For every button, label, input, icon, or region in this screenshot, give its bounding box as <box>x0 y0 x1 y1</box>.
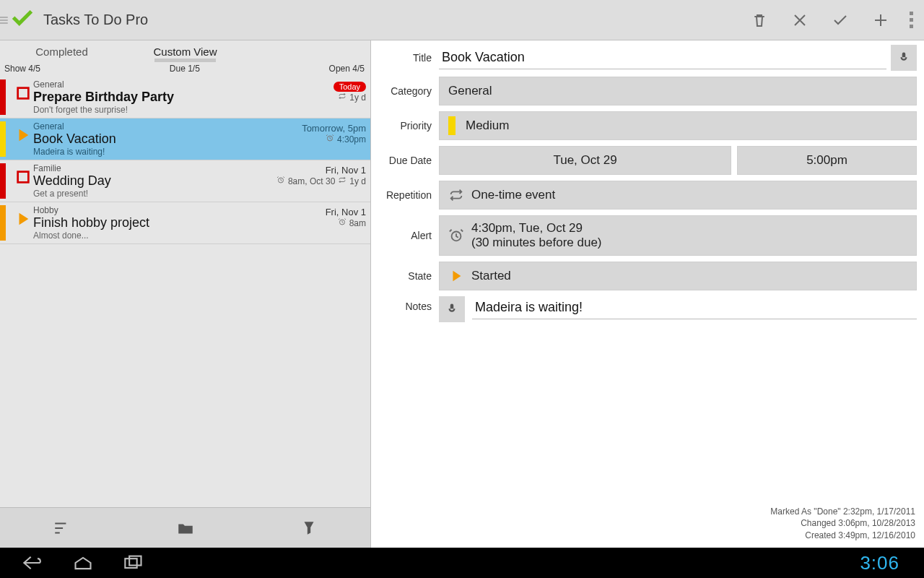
svg-rect-6 <box>125 558 136 568</box>
counter-open: Open 4/5 <box>329 64 365 77</box>
label-repetition: Repetition <box>375 189 432 201</box>
task-row[interactable]: General Book Vacation Madeira is waiting… <box>0 118 370 160</box>
task-due: Fri, Nov 1 <box>258 165 366 176</box>
cancel-button[interactable] <box>780 0 820 40</box>
task-due: Tomorrow, 5pm <box>258 123 366 134</box>
system-nav-bar: 3:06 <box>0 548 924 578</box>
task-meta-line2: 1y d <box>258 92 366 103</box>
state-field[interactable]: Started <box>439 262 917 290</box>
priority-bar <box>0 205 6 241</box>
task-detail-pane: Title Category General Priority Medium D… <box>371 40 924 548</box>
category-field[interactable]: General <box>439 77 917 105</box>
task-note: Don't forget the surprise! <box>33 105 258 115</box>
counter-show: Show 4/5 <box>4 64 40 77</box>
add-button[interactable] <box>860 0 901 40</box>
task-note: Almost done... <box>33 230 258 241</box>
drawer-handle-icon[interactable] <box>1 17 6 24</box>
task-state-icon[interactable] <box>13 205 33 241</box>
detail-footer: Marked As "Done" 2:32pm, 1/17/2011 Chang… <box>375 503 917 545</box>
folder-button[interactable] <box>123 508 247 548</box>
footer-done: Marked As "Done" 2:32pm, 1/17/2011 <box>377 506 915 518</box>
task-state-icon[interactable] <box>13 79 33 115</box>
due-time-field[interactable]: 5:00pm <box>737 146 917 175</box>
repeat-icon <box>448 187 464 203</box>
priority-bar <box>0 121 6 157</box>
priority-bar <box>0 163 6 199</box>
svg-rect-7 <box>129 556 141 566</box>
tab-completed[interactable]: Completed <box>0 46 123 62</box>
status-clock: 3:06 <box>860 552 899 574</box>
play-icon <box>448 268 464 284</box>
confirm-button[interactable] <box>820 0 860 40</box>
overflow-menu-button[interactable] <box>901 12 921 28</box>
counter-due: Due 1/5 <box>170 64 200 77</box>
label-priority: Priority <box>375 120 432 131</box>
task-category: Hobby <box>33 205 258 215</box>
footer-created: Created 3:49pm, 12/16/2010 <box>377 530 915 542</box>
app-icon[interactable] <box>10 7 35 34</box>
priority-field[interactable]: Medium <box>439 111 917 140</box>
title-input[interactable] <box>439 46 886 69</box>
label-alert: Alert <box>375 230 432 241</box>
label-due: Due Date <box>375 155 432 166</box>
task-due: Today <box>258 81 366 92</box>
sort-button[interactable] <box>0 508 123 548</box>
task-title: Book Vacation <box>33 131 258 147</box>
footer-changed: Changed 3:06pm, 10/28/2013 <box>377 517 915 530</box>
task-state-icon[interactable] <box>13 121 33 157</box>
task-list-pane: Completed Custom View Show 4/5 Due 1/5 O… <box>0 40 371 548</box>
svg-rect-0 <box>18 88 29 99</box>
alarm-icon <box>276 176 285 186</box>
alarm-icon <box>326 134 334 144</box>
back-button[interactable] <box>7 555 58 571</box>
task-title: Finish hobby project <box>33 215 258 230</box>
alert-field[interactable]: 4:30pm, Tue, Oct 29(30 minutes before du… <box>439 215 917 256</box>
alarm-icon <box>448 228 464 243</box>
svg-rect-2 <box>18 172 29 183</box>
label-state: State <box>375 270 432 282</box>
label-title: Title <box>375 52 432 64</box>
task-category: General <box>33 121 258 131</box>
tab-custom-view[interactable]: Custom View <box>123 46 247 62</box>
task-meta-line2: 8am <box>258 217 366 228</box>
task-row[interactable]: General Prepare Birthday Party Don't for… <box>0 77 370 118</box>
task-row[interactable]: Hobby Finish hobby project Almost done..… <box>0 202 370 244</box>
repeat-icon <box>338 92 346 103</box>
mic-button-notes[interactable] <box>439 296 465 322</box>
priority-bar <box>0 79 6 115</box>
task-category: General <box>33 79 258 90</box>
recents-button[interactable] <box>108 555 159 571</box>
repeat-icon <box>338 176 346 186</box>
label-category: Category <box>375 85 432 97</box>
priority-color-chip <box>448 116 456 135</box>
task-meta-line2: 4:30pm <box>258 134 366 144</box>
task-state-icon[interactable] <box>13 163 33 199</box>
delete-button[interactable] <box>739 0 780 40</box>
task-meta-line2: 8am, Oct 301y d <box>258 176 366 186</box>
home-button[interactable] <box>58 555 108 571</box>
alarm-icon <box>338 217 346 228</box>
task-category: Familie <box>33 163 258 173</box>
due-date-field[interactable]: Tue, Oct 29 <box>439 146 731 175</box>
task-due: Fri, Nov 1 <box>258 207 366 217</box>
task-title: Prepare Birthday Party <box>33 90 258 105</box>
label-notes: Notes <box>375 296 432 312</box>
notes-input[interactable] <box>472 296 917 319</box>
mic-button-title[interactable] <box>891 45 917 71</box>
task-list: General Prepare Birthday Party Don't for… <box>0 77 370 244</box>
repetition-field[interactable]: One-time event <box>439 181 917 210</box>
task-row[interactable]: Familie Wedding Day Get a present! Fri, … <box>0 160 370 202</box>
task-title: Wedding Day <box>33 173 258 189</box>
action-bar: Tasks To Do Pro <box>0 0 924 40</box>
filter-button[interactable] <box>247 508 370 548</box>
task-note: Get a present! <box>33 189 258 199</box>
task-note: Madeira is waiting! <box>33 147 258 157</box>
app-title: Tasks To Do Pro <box>43 12 148 28</box>
